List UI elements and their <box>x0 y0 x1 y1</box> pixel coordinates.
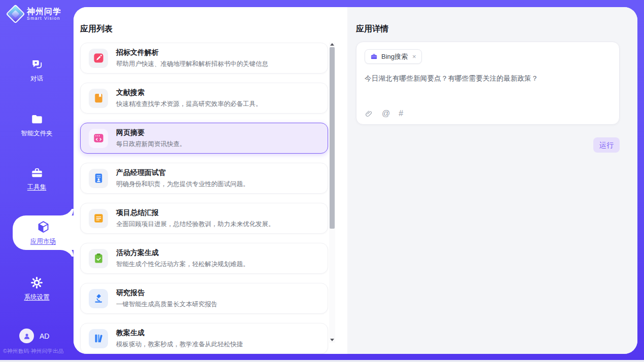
app-name: 教案生成 <box>116 329 243 338</box>
sidebar-item-label: 对话 <box>30 75 43 83</box>
scrollbar-up-arrow-icon[interactable] <box>330 43 334 46</box>
run-button[interactable]: 运行 <box>593 137 620 153</box>
app-description: 一键智能生成高质量长文本研究报告 <box>116 300 218 309</box>
copyright-footer: ©神州数码·神州问学出品 <box>3 348 74 355</box>
paperclip-icon[interactable] <box>365 110 373 118</box>
app-description: 快速精准查找学术资源，提高研究效率的必备工具。 <box>116 100 262 108</box>
icon-tile <box>89 169 108 188</box>
scrollbar-down-arrow-icon[interactable] <box>330 339 334 341</box>
app-name: 项目总结汇报 <box>116 208 275 218</box>
clipboard-check-icon <box>93 252 104 264</box>
app-card-event-plan[interactable]: 活动方案生成 智能生成个性化活动方案，轻松解决规划难题。 <box>80 243 328 274</box>
edit-document-icon <box>93 52 104 64</box>
sidebar-item-smart-folder[interactable]: 智能文件夹 <box>0 110 74 141</box>
app-description: 智能生成个性化活动方案，轻松解决规划难题。 <box>116 260 249 269</box>
app-list-title: 应用列表 <box>80 24 113 34</box>
icon-tile <box>89 249 108 268</box>
app-list-panel: 应用列表 招标文件解析 帮助用户快速 <box>74 7 347 354</box>
app-card-lesson-plan[interactable]: 教案生成 模板驱动，教案秒成，教学准备从此轻松快捷 <box>80 323 328 354</box>
app-name: 网页摘要 <box>116 128 186 137</box>
tool-chip-label: Bing搜索 <box>381 52 408 61</box>
sidebar-item-toolset[interactable]: 工具集 <box>0 163 74 195</box>
sidebar-item-label: 工具集 <box>27 183 47 192</box>
user-avatar-icon <box>19 329 34 343</box>
icon-tile <box>89 129 108 148</box>
sidebar: 神州问学 Smart Vision 对话 智能文件夹 <box>0 0 74 360</box>
chip-close-icon[interactable]: × <box>412 53 416 60</box>
app-card-list: 招标文件解析 帮助用户快速、准确地理解和解析招标书中的关键信息 <box>80 43 328 354</box>
app-description: 每日政府新闻资讯快查。 <box>116 140 186 149</box>
books-icon <box>93 333 104 344</box>
tool-chip-bing-search[interactable]: Bing搜索 × <box>365 49 422 64</box>
interview-document-icon <box>93 172 104 184</box>
app-frame: 神州问学 Smart Vision 对话 智能文件夹 <box>0 0 644 360</box>
user-account[interactable]: AD <box>19 329 49 343</box>
app-description: 明确身份和职责，为您提供专业性的面试问题。 <box>116 180 249 189</box>
icon-tile <box>89 89 108 108</box>
briefcase-icon <box>370 53 378 60</box>
prompt-card: Bing搜索 × 今日湖北有哪些新闻要点？有哪些需要关注的最新政策？ @ # <box>356 42 620 125</box>
app-name: 招标文件解析 <box>116 48 268 57</box>
prompt-text[interactable]: 今日湖北有哪些新闻要点？有哪些需要关注的最新政策？ <box>365 74 611 83</box>
sidebar-item-settings[interactable]: 系统设置 <box>0 273 74 304</box>
app-card-bid-parsing[interactable]: 招标文件解析 帮助用户快速、准确地理解和解析招标书中的关键信息 <box>80 43 328 74</box>
app-card-project-summary[interactable]: 项目总结汇报 全面回顾项目进展，总结经验教训，助力未来优化发展。 <box>80 203 328 234</box>
logo-subtitle: Smart Vision <box>27 16 61 21</box>
app-name: 产品经理面试官 <box>116 168 249 177</box>
folder-icon <box>30 113 44 126</box>
browser-code-icon <box>93 132 104 144</box>
hash-icon[interactable]: # <box>399 109 403 118</box>
microscope-icon <box>93 293 104 304</box>
sidebar-item-chat[interactable]: 对话 <box>0 55 74 86</box>
sidebar-item-app-market[interactable]: 应用市场 <box>13 215 74 250</box>
cube-icon <box>37 220 50 234</box>
icon-tile <box>89 49 108 68</box>
app-card-pm-interviewer[interactable]: 产品经理面试官 明确身份和职责，为您提供专业性的面试问题。 <box>80 163 328 194</box>
app-detail-panel: 应用详情 Bing搜索 × 今日湖北有哪些新闻要点？有哪些需要关注的最新政策？ <box>347 7 637 354</box>
memo-icon <box>93 212 104 224</box>
app-name: 文献搜索 <box>116 88 262 97</box>
icon-tile <box>89 329 108 348</box>
icon-tile <box>89 289 108 308</box>
icon-tile <box>89 209 108 228</box>
chat-icon <box>30 58 44 71</box>
app-description: 模板驱动，教案秒成，教学准备从此轻松快捷 <box>116 340 243 349</box>
mention-icon[interactable]: @ <box>382 109 390 118</box>
user-name: AD <box>40 332 49 340</box>
app-card-web-summary[interactable]: 网页摘要 每日政府新闻资讯快查。 <box>80 123 328 154</box>
sidebar-item-label: 应用市场 <box>30 237 56 246</box>
sidebar-item-label: 系统设置 <box>24 293 50 302</box>
sidebar-item-label: 智能文件夹 <box>21 129 53 138</box>
app-card-research-report[interactable]: 研究报告 一键智能生成高质量长文本研究报告 <box>80 283 328 314</box>
toolbox-icon <box>30 166 44 179</box>
scrollbar-thumb[interactable] <box>330 47 335 229</box>
app-card-literature-search[interactable]: 文献搜索 快速精准查找学术资源，提高研究效率的必备工具。 <box>80 83 328 114</box>
app-name: 活动方案生成 <box>116 248 249 258</box>
app-logo: 神州问学 Smart Vision <box>7 7 61 21</box>
gear-icon <box>30 276 44 289</box>
logo-title: 神州问学 <box>27 7 61 16</box>
app-detail-title: 应用详情 <box>356 24 388 34</box>
app-description: 帮助用户快速、准确地理解和解析招标书中的关键信息 <box>116 60 268 68</box>
main-panel: 应用列表 招标文件解析 帮助用户快速 <box>74 7 637 354</box>
run-row: 运行 <box>356 137 620 153</box>
app-description: 全面回顾项目进展，总结经验教训，助力未来优化发展。 <box>116 220 275 229</box>
diamond-logo-icon <box>6 4 25 23</box>
book-icon <box>93 92 104 104</box>
prompt-toolbar: @ # <box>365 109 403 118</box>
list-scrollbar[interactable] <box>329 43 335 343</box>
app-name: 研究报告 <box>116 288 218 298</box>
